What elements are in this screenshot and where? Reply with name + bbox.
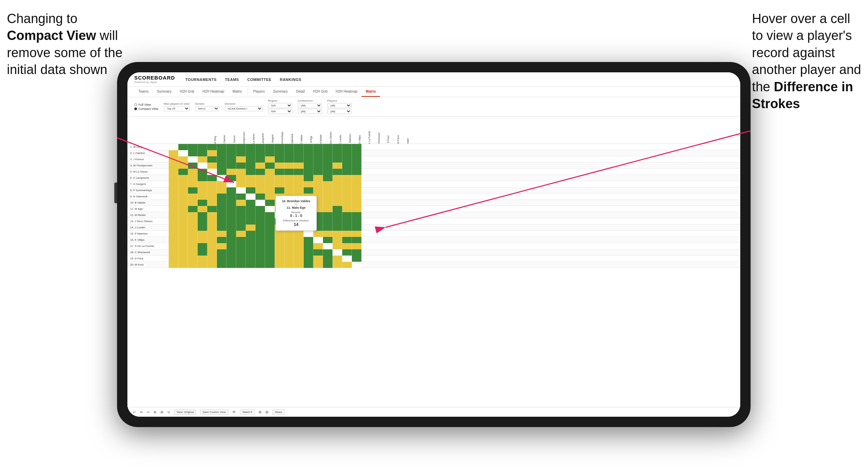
- matrix-cell-19-12[interactable]: [284, 262, 294, 268]
- matrix-cell-17-6[interactable]: [227, 249, 236, 256]
- matrix-cell-9-2[interactable]: [188, 200, 198, 206]
- matrix-cell-7-5[interactable]: [217, 187, 227, 194]
- matrix-cell-14-4[interactable]: [207, 231, 217, 237]
- matrix-cell-0-8[interactable]: [246, 144, 255, 150]
- matrix-cell-1-10[interactable]: [265, 150, 275, 156]
- matrix-cell-2-2[interactable]: [188, 156, 198, 163]
- matrix-cell-4-15[interactable]: [313, 169, 323, 175]
- matrix-cell-17-1[interactable]: [178, 249, 188, 256]
- matrix-cell-9-0[interactable]: [169, 200, 178, 206]
- matrix-cell-13-17[interactable]: [333, 225, 342, 231]
- matrix-cell-18-10[interactable]: [265, 256, 275, 262]
- matrix-cell-15-13[interactable]: [294, 237, 304, 243]
- matrix-cell-19-2[interactable]: [188, 262, 198, 268]
- matrix-cell-14-10[interactable]: [265, 231, 275, 237]
- matrix-cell-6-8[interactable]: [246, 181, 255, 187]
- matrix-cell-9-5[interactable]: [217, 200, 227, 206]
- matrix-cell-4-6[interactable]: [227, 169, 236, 175]
- matrix-cell-13-4[interactable]: [207, 225, 217, 231]
- matrix-cell-16-9[interactable]: [255, 243, 265, 249]
- matrix-cell-7-9[interactable]: [255, 187, 265, 194]
- matrix-cell-10-7[interactable]: [236, 206, 246, 212]
- matrix-cell-10-2[interactable]: [188, 206, 198, 212]
- matrix-cell-17-7[interactable]: [236, 249, 246, 256]
- matrix-cell-19-13[interactable]: [294, 262, 304, 268]
- matrix-cell-7-17[interactable]: [333, 187, 342, 194]
- matrix-cell-18-0[interactable]: [169, 256, 178, 262]
- matrix-cell-14-17[interactable]: [333, 231, 342, 237]
- matrix-cell-10-16[interactable]: [323, 206, 333, 212]
- matrix-cell-12-6[interactable]: [227, 218, 236, 225]
- tab-summary1[interactable]: Summary: [153, 87, 176, 97]
- matrix-cell-11-10[interactable]: [265, 212, 275, 218]
- matrix-cell-13-8[interactable]: [246, 225, 255, 231]
- matrix-cell-3-14[interactable]: [304, 163, 313, 169]
- matrix-cell-14-2[interactable]: [188, 231, 198, 237]
- watch-icon[interactable]: 👁: [232, 410, 236, 414]
- matrix-cell-18-16[interactable]: [323, 256, 333, 262]
- matrix-cell-8-1[interactable]: [178, 194, 188, 200]
- matrix-cell-15-8[interactable]: [246, 237, 255, 243]
- matrix-cell-17-2[interactable]: [188, 249, 198, 256]
- matrix-cell-2-9[interactable]: [255, 156, 265, 163]
- matrix-cell-5-15[interactable]: [313, 175, 323, 181]
- matrix-cell-13-1[interactable]: [178, 225, 188, 231]
- matrix-cell-3-2[interactable]: [188, 163, 198, 169]
- matrix-cell-8-17[interactable]: [333, 194, 342, 200]
- matrix-cell-14-0[interactable]: [169, 231, 178, 237]
- matrix-cell-19-19[interactable]: [352, 262, 362, 268]
- forward-icon[interactable]: ↬: [140, 410, 143, 414]
- matrix-cell-6-1[interactable]: [178, 181, 188, 187]
- matrix-cell-9-18[interactable]: [342, 200, 352, 206]
- matrix-cell-3-11[interactable]: [275, 163, 284, 169]
- matrix-cell-19-14[interactable]: [304, 262, 313, 268]
- matrix-cell-13-18[interactable]: [342, 225, 352, 231]
- matrix-cell-12-0[interactable]: [169, 218, 178, 225]
- matrix-cell-3-19[interactable]: [352, 163, 362, 169]
- matrix-cell-5-7[interactable]: [236, 175, 246, 181]
- matrix-cell-2-14[interactable]: [304, 156, 313, 163]
- matrix-cell-17-17[interactable]: [333, 249, 342, 256]
- matrix-cell-0-10[interactable]: [265, 144, 275, 150]
- matrix-cell-6-19[interactable]: [352, 181, 362, 187]
- matrix-cell-8-5[interactable]: [217, 194, 227, 200]
- matrix-cell-16-4[interactable]: [207, 243, 217, 249]
- matrix-cell-16-7[interactable]: [236, 243, 246, 249]
- matrix-cell-3-5[interactable]: [217, 163, 227, 169]
- matrix-cell-13-10[interactable]: [265, 225, 275, 231]
- matrix-cell-18-5[interactable]: [217, 256, 227, 262]
- matrix-cell-3-13[interactable]: [294, 163, 304, 169]
- matrix-cell-1-19[interactable]: [352, 150, 362, 156]
- matrix-cell-6-9[interactable]: [255, 181, 265, 187]
- matrix-cell-11-8[interactable]: [246, 212, 255, 218]
- matrix-cell-10-3[interactable]: [198, 206, 207, 212]
- matrix-cell-18-3[interactable]: [198, 256, 207, 262]
- matrix-cell-10-4[interactable]: [207, 206, 217, 212]
- matrix-cell-4-17[interactable]: [333, 169, 342, 175]
- matrix-cell-16-3[interactable]: [198, 243, 207, 249]
- matrix-cell-0-17[interactable]: [333, 144, 342, 150]
- matrix-cell-12-5[interactable]: [217, 218, 227, 225]
- settings-icon[interactable]: ⊙: [167, 410, 170, 414]
- matrix-cell-0-9[interactable]: [255, 144, 265, 150]
- matrix-cell-5-16[interactable]: [323, 175, 333, 181]
- matrix-cell-1-5[interactable]: [217, 150, 227, 156]
- matrix-cell-10-5[interactable]: [217, 206, 227, 212]
- matrix-cell-3-0[interactable]: [169, 163, 178, 169]
- matrix-cell-4-9[interactable]: [255, 169, 265, 175]
- matrix-cell-5-8[interactable]: [246, 175, 255, 181]
- matrix-cell-13-3[interactable]: [198, 225, 207, 231]
- matrix-cell-4-8[interactable]: [246, 169, 255, 175]
- watch-btn[interactable]: Watch ▾: [240, 409, 255, 415]
- matrix-cell-15-5[interactable]: [217, 237, 227, 243]
- matrix-cell-18-13[interactable]: [294, 256, 304, 262]
- matrix-cell-11-3[interactable]: [198, 212, 207, 218]
- matrix-cell-9-1[interactable]: [178, 200, 188, 206]
- matrix-cell-16-15[interactable]: [313, 243, 323, 249]
- matrix-cell-6-11[interactable]: [275, 181, 284, 187]
- matrix-cell-0-15[interactable]: [313, 144, 323, 150]
- matrix-cell-11-9[interactable]: [255, 212, 265, 218]
- matrix-cell-5-1[interactable]: [178, 175, 188, 181]
- matrix-cell-18-19[interactable]: [352, 256, 362, 262]
- matrix-cell-5-3[interactable]: [198, 175, 207, 181]
